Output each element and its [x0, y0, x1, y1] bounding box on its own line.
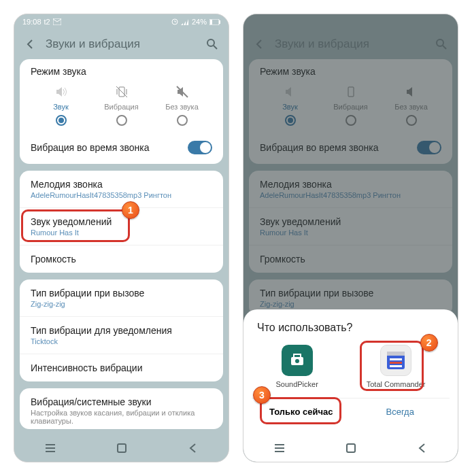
- nav-recent[interactable]: [273, 441, 286, 455]
- notification-sound-title: Звук уведомлений: [31, 216, 212, 227]
- totalcommander-label: Total Commander: [367, 380, 426, 388]
- header: Звуки и вибрация: [14, 29, 229, 59]
- alarm-icon: [171, 18, 178, 25]
- badge-2: 2: [420, 334, 438, 352]
- vibrate-on-call-toggle[interactable]: [188, 141, 212, 154]
- vib-intensity-title: Интенсивность вибрации: [31, 362, 212, 373]
- mode-sound[interactable]: Звук: [31, 85, 91, 126]
- svg-rect-16: [390, 365, 402, 367]
- app-chooser-sheet: Что использовать? SoundPicker Total Comm…: [243, 309, 458, 435]
- content: Режим звука Звук Вибрация Без звука: [14, 59, 229, 429]
- card-system-sounds: Вибрация/системные звуки Настройка звуко…: [20, 388, 223, 429]
- back-icon: [24, 38, 37, 50]
- svg-rect-7: [118, 444, 126, 452]
- sound-mode-section: Режим звука Звук Вибрация Без звука: [20, 59, 223, 131]
- vib-notif-title: Тип вибрации для уведомления: [31, 325, 212, 336]
- status-time: 19:08: [22, 18, 41, 26]
- badge-1: 1: [122, 201, 139, 219]
- radio-mute[interactable]: [177, 115, 188, 126]
- mode-mute-label: Без звука: [165, 103, 199, 111]
- svg-rect-14: [390, 358, 402, 360]
- phone-right: Звуки и вибрация Режим звука Звук Вибрац…: [243, 14, 458, 462]
- svg-point-5: [207, 39, 214, 46]
- just-once-label: Только сейчас: [269, 407, 333, 417]
- vib-call-sub: Zig-zig-zig: [31, 300, 212, 308]
- nav-bar: [14, 435, 229, 462]
- app-totalcommander[interactable]: Total Commander 2: [367, 345, 426, 388]
- svg-rect-3: [210, 20, 212, 24]
- vibrate-on-call-label: Вибрация во время звонка: [31, 142, 150, 153]
- system-sounds-row[interactable]: Вибрация/системные звуки Настройка звуко…: [20, 388, 223, 429]
- ringtone-row[interactable]: Мелодия звонка AdeleRumourHasIt47835358m…: [20, 171, 223, 208]
- notification-sound-row[interactable]: Звук уведомлений Rumour Has It 1: [20, 208, 223, 245]
- signal-icon: [181, 18, 189, 25]
- svg-rect-13: [387, 352, 405, 356]
- sheet-title: Что использовать?: [252, 322, 450, 334]
- mode-vibrate[interactable]: Вибрация: [91, 85, 152, 126]
- nav-recent[interactable]: [44, 441, 57, 455]
- app-soundpicker[interactable]: SoundPicker: [275, 345, 318, 388]
- system-sounds-sub: Настройка звуков касания, вибрации и отк…: [31, 409, 212, 425]
- nav-home[interactable]: [115, 441, 129, 455]
- back-button[interactable]: [22, 36, 39, 52]
- volume-icon: [54, 85, 68, 99]
- mode-vibrate-label: Вибрация: [104, 103, 138, 111]
- radio-sound[interactable]: [56, 115, 67, 126]
- notification-sound-sub: Rumour Has It: [31, 228, 212, 237]
- svg-point-11: [295, 359, 299, 363]
- search-button[interactable]: [204, 36, 220, 52]
- vib-call-title: Тип вибрации при вызове: [31, 288, 212, 299]
- ringtone-sub: AdeleRumourHasIt47835358mp3 Рингтон: [31, 191, 212, 199]
- system-sounds-title: Вибрация/системные звуки: [31, 396, 212, 407]
- volume-title: Громкость: [31, 254, 212, 265]
- svg-rect-17: [347, 444, 355, 452]
- battery-label: 24%: [192, 18, 207, 26]
- always-label: Всегда: [386, 407, 414, 417]
- mode-mute[interactable]: Без звука: [152, 85, 212, 126]
- radio-vibrate[interactable]: [116, 115, 127, 126]
- phone-left: 19:08 t2 24% Звуки и вибрация Режим звук…: [14, 14, 229, 462]
- vib-notif-row[interactable]: Тип вибрации для уведомления Ticktock: [20, 317, 223, 354]
- soundpicker-icon: [282, 345, 313, 376]
- nav-home[interactable]: [344, 441, 358, 455]
- sound-mode-title: Режим звука: [31, 66, 212, 77]
- volume-row[interactable]: Громкость: [20, 245, 223, 273]
- vibrate-on-call-row[interactable]: Вибрация во время звонка: [20, 131, 223, 164]
- vib-intensity-row[interactable]: Интенсивность вибрации: [20, 354, 223, 381]
- mute-icon: [175, 85, 189, 99]
- vib-notif-sub: Ticktock: [31, 337, 212, 345]
- nav-bar: [243, 435, 458, 462]
- badge-3: 3: [253, 386, 271, 404]
- page-title: Звуки и вибрация: [46, 37, 204, 51]
- vib-call-row[interactable]: Тип вибрации при вызове Zig-zig-zig: [20, 279, 223, 317]
- battery-icon: [209, 19, 220, 25]
- vibrate-icon: [115, 85, 129, 99]
- carrier-label: t2: [44, 18, 50, 26]
- search-icon: [206, 38, 218, 50]
- just-once-button[interactable]: Только сейчас 3: [252, 398, 351, 425]
- ringtone-title: Мелодия звонка: [31, 179, 212, 190]
- nav-back[interactable]: [416, 441, 429, 455]
- totalcommander-icon: [380, 345, 411, 376]
- card-sound-mode: Режим звука Звук Вибрация Без звука: [20, 59, 223, 164]
- nav-back[interactable]: [186, 441, 200, 455]
- card-vibration-types: Тип вибрации при вызове Zig-zig-zig Тип …: [20, 279, 223, 381]
- mode-sound-label: Звук: [53, 103, 69, 111]
- status-bar: 19:08 t2 24%: [14, 14, 229, 29]
- svg-rect-15: [390, 362, 402, 364]
- soundpicker-label: SoundPicker: [275, 380, 318, 388]
- card-ringtone: Мелодия звонка AdeleRumourHasIt47835358m…: [20, 171, 223, 273]
- always-button[interactable]: Всегда: [351, 398, 450, 425]
- svg-rect-4: [219, 20, 220, 24]
- mail-icon: [53, 18, 61, 25]
